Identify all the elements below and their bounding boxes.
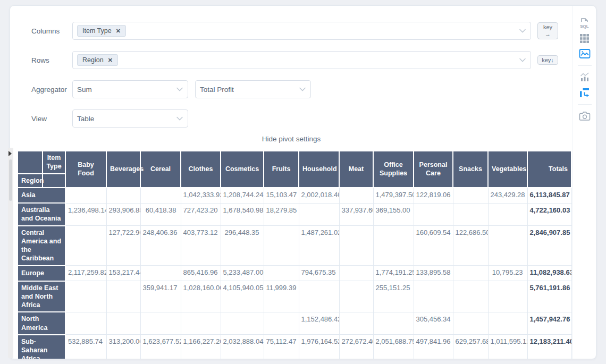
column-header: Meat xyxy=(339,151,373,188)
pivot-table-icon xyxy=(579,87,590,98)
chevron-down-icon xyxy=(299,87,306,91)
columns-control-row: Columns Item Type ✕ key→ xyxy=(31,22,573,40)
value-cell: 18,279.85 xyxy=(264,203,299,226)
snapshot-button[interactable] xyxy=(578,109,591,122)
value-cell: 1,208,744.24 xyxy=(221,188,264,203)
row-header: Sub-Saharan Africa xyxy=(18,335,65,359)
table-row: Sub-Saharan Africa532,885.74313,200.001,… xyxy=(18,335,571,359)
visualization-image-icon xyxy=(579,48,591,60)
visualization-card: Columns Item Type ✕ key→ Rows Region xyxy=(10,5,596,359)
value-cell: 2,051,688.75 xyxy=(373,335,414,359)
value-cell: 127,722.96 xyxy=(106,226,140,266)
table-view-button[interactable] xyxy=(578,32,591,45)
sql-view-button[interactable]: SQL xyxy=(578,16,591,29)
aggregator-select[interactable]: Sum xyxy=(72,80,188,98)
value-cell: 2,117,259.82 xyxy=(65,266,106,281)
table-row: Asia1,042,333.921,208,744.2415,103.472,0… xyxy=(18,188,571,203)
value-cell: 160,609.54 xyxy=(414,226,453,266)
row-sort-order-button[interactable]: key↓ xyxy=(537,55,558,65)
row-header: Asia xyxy=(18,188,65,203)
value-cell: 11,999.39 xyxy=(264,281,299,312)
chart-view-button[interactable] xyxy=(578,71,591,83)
table-row: Middle East and North Africa359,941.171,… xyxy=(18,281,571,312)
value-cell: 2,032,888.04 xyxy=(221,335,264,359)
visualization-view-button-active[interactable] xyxy=(578,47,591,60)
table-grid-icon xyxy=(579,33,590,44)
row-total-cell: 6,113,845.87 xyxy=(527,188,571,203)
row-total-cell: 5,761,191.86 xyxy=(527,281,571,312)
down-arrow-icon: ↓ xyxy=(551,57,554,63)
columns-select[interactable]: Item Type ✕ xyxy=(72,22,531,40)
value-cell xyxy=(373,226,414,266)
value-cell xyxy=(106,281,140,312)
value-cell xyxy=(339,281,373,312)
value-cell: 1,152,486.42 xyxy=(299,312,339,335)
table-row: North America1,152,486.42305,456.341,457… xyxy=(18,312,571,335)
value-cell xyxy=(488,203,527,226)
hide-pivot-settings-link[interactable]: Hide pivot settings xyxy=(10,135,573,143)
value-cell xyxy=(140,188,181,203)
corner-blank-cell xyxy=(18,151,43,174)
pivot-view-button[interactable] xyxy=(578,86,591,99)
value-cell xyxy=(221,312,264,335)
aggregator-control-row: Aggregator Sum Total Profit xyxy=(31,80,573,98)
settings-drawer-handle[interactable] xyxy=(8,148,13,358)
value-cell xyxy=(488,281,527,312)
value-cell xyxy=(453,203,488,226)
value-cell: 1,236,498.14 xyxy=(65,203,106,226)
value-cell: 293,906.88 xyxy=(106,203,140,226)
drawer-scroll-thumb[interactable] xyxy=(9,159,12,201)
value-cell: 1,011,595.12 xyxy=(488,335,527,359)
svg-text:SQL: SQL xyxy=(580,24,589,29)
value-cell: 337,937.60 xyxy=(339,203,373,226)
columns-tag-item-type[interactable]: Item Type ✕ xyxy=(77,25,126,37)
value-cell: 305,456.34 xyxy=(414,312,453,335)
value-cell xyxy=(414,281,453,312)
row-axis-label: Region xyxy=(18,174,43,188)
view-control-row: View Table xyxy=(31,109,573,128)
value-cell xyxy=(339,226,373,266)
column-sort-order-button[interactable]: key→ xyxy=(537,22,558,39)
column-header: Household xyxy=(299,151,339,188)
rows-tag-region[interactable]: Region ✕ xyxy=(77,54,118,66)
sql-icon: SQL xyxy=(579,17,590,29)
aggregator-argument-value: Total Profit xyxy=(200,86,234,94)
value-cell: 122,819.06 xyxy=(414,188,453,203)
value-cell: 296,448.35 xyxy=(221,226,264,266)
column-header: Beverages xyxy=(106,151,140,188)
value-cell xyxy=(453,188,488,203)
row-header: Middle East and North Africa xyxy=(18,281,65,312)
row-total-cell: 2,846,907.85 xyxy=(527,226,571,266)
value-cell: 4,105,940.05 xyxy=(221,281,264,312)
column-header: Baby Food xyxy=(65,151,106,188)
view-select[interactable]: Table xyxy=(72,109,188,128)
column-header: Cereal xyxy=(140,151,181,188)
expand-right-icon[interactable] xyxy=(9,151,12,156)
column-header: Snacks xyxy=(453,151,488,188)
row-header: Europe xyxy=(18,266,65,281)
aggregator-argument-select[interactable]: Total Profit xyxy=(195,80,311,98)
rows-select[interactable]: Region ✕ xyxy=(72,51,531,69)
value-cell xyxy=(65,226,106,266)
row-header: North America xyxy=(18,312,65,335)
value-cell xyxy=(140,312,181,335)
value-cell: 60,418.38 xyxy=(140,203,181,226)
value-cell xyxy=(488,312,527,335)
value-cell xyxy=(453,312,488,335)
row-header: Australia and Oceania xyxy=(18,203,65,226)
value-cell: 10,795.23 xyxy=(488,266,527,281)
value-cell: 272,672.40 xyxy=(339,335,373,359)
remove-tag-icon[interactable]: ✕ xyxy=(108,57,113,64)
totals-column-header: Totals xyxy=(527,151,571,188)
pivot-editor: Columns Item Type ✕ key→ Rows Region xyxy=(10,6,573,359)
remove-tag-icon[interactable]: ✕ xyxy=(116,28,121,35)
toolbar-divider xyxy=(578,65,592,66)
value-cell: 1,678,540.98 xyxy=(221,203,264,226)
value-cell: 2,002,018.40 xyxy=(299,188,339,203)
value-cell xyxy=(414,203,453,226)
value-cell: 5,233,487.00 xyxy=(221,266,264,281)
table-row: Europe2,117,259.82153,217.44865,416.965,… xyxy=(18,266,571,281)
value-cell xyxy=(264,226,299,266)
right-arrow-icon: → xyxy=(541,31,555,38)
tag-label: Item Type xyxy=(82,27,112,35)
